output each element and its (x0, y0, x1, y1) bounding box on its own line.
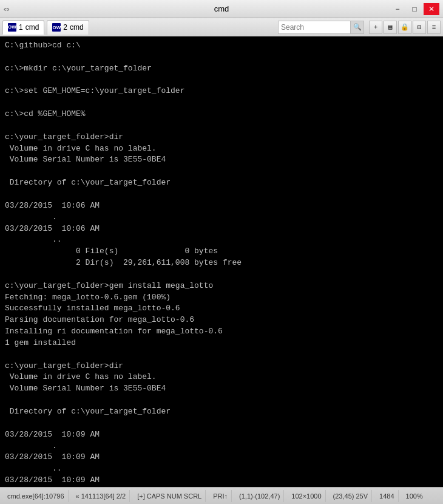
status-position: « 141113[64] 2/2 (72, 490, 130, 502)
title-bar-controls: − □ ✕ (390, 3, 439, 15)
status-size: 102×1000 (288, 490, 325, 502)
status-pct: 100% (402, 490, 427, 502)
tab-1[interactable]: OW 1 cmd (2, 20, 44, 35)
tab-1-icon: OW (8, 23, 16, 32)
search-input[interactable] (278, 21, 351, 34)
add-tab-button[interactable]: + (369, 21, 382, 34)
tab-1-num: 1 (19, 23, 23, 32)
toolbar: OW 1 cmd OW 2 cmd 🔍 + ▤ 🔒 ⊟ ≡ (0, 18, 443, 36)
title-bar-left: ⇔ (4, 3, 10, 15)
status-coords: (1,1)-(102,47) (235, 490, 284, 502)
search-button[interactable]: 🔍 (351, 21, 364, 34)
title-bar-title: cmd (214, 4, 229, 13)
status-pri: PRI↑ (209, 490, 232, 502)
title-bar: ⇔ cmd − □ ✕ (0, 0, 443, 18)
minimize-button[interactable]: − (390, 3, 405, 15)
view-button[interactable]: ▤ (384, 21, 397, 34)
maximize-button[interactable]: □ (407, 3, 422, 15)
arrows-icon: ⇔ (4, 3, 10, 15)
lock-button[interactable]: 🔒 (398, 21, 411, 34)
toolbar-actions: + ▤ 🔒 ⊟ ≡ (369, 21, 441, 34)
status-zoom: 1484 (376, 490, 398, 502)
tab-2-icon: OW (52, 23, 61, 32)
tab-2-label: cmd (70, 23, 84, 32)
status-encoding: (23,45) 25V (330, 490, 372, 502)
status-bar: cmd.exe[64]:10796 « 141113[64] 2/2 [+] C… (0, 487, 443, 504)
close-button[interactable]: ✕ (424, 3, 439, 15)
tab-2-num: 2 (63, 23, 67, 32)
layout-button[interactable]: ⊟ (413, 21, 426, 34)
status-mode: [+] CAPS NUM SCRL (134, 490, 206, 502)
tab-1-label: cmd (25, 23, 39, 32)
terminal-output: C:\github>cd c:\ c:\>mkdir c:\your_targe… (0, 36, 443, 487)
status-process: cmd.exe[64]:10796 (4, 490, 69, 502)
menu-button[interactable]: ≡ (427, 21, 441, 34)
tab-2[interactable]: OW 2 cmd (47, 20, 89, 35)
search-area: 🔍 (278, 21, 364, 34)
